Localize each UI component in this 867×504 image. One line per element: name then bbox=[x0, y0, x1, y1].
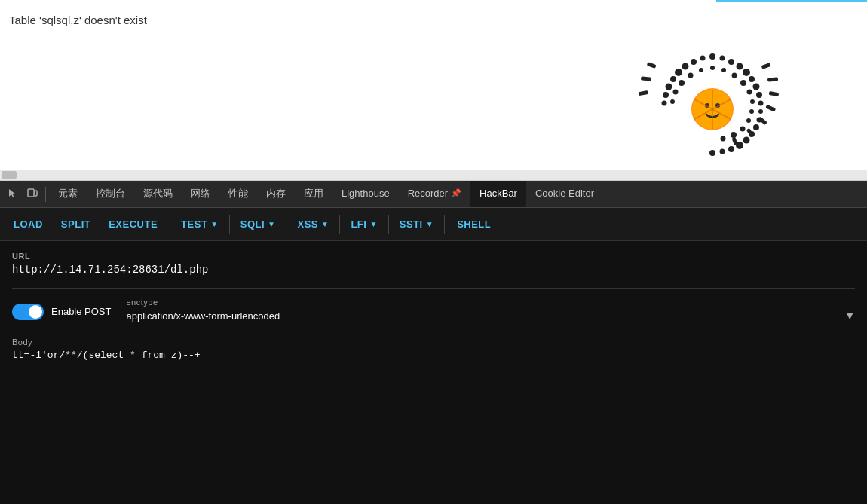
tab-sources[interactable]: 源代码 bbox=[134, 181, 182, 208]
url-section: URL http://1.14.71.254:28631/dl.php bbox=[12, 252, 855, 276]
browser-content: Table 'sqlsql.z' doesn't exist bbox=[0, 0, 867, 181]
svg-point-22 bbox=[670, 76, 676, 82]
toolbar-separator-5 bbox=[388, 215, 389, 234]
lfi-dropdown[interactable]: LFI ▼ bbox=[345, 214, 383, 234]
error-message: Table 'sqlsql.z' doesn't exist bbox=[9, 14, 147, 26]
svg-point-25 bbox=[662, 101, 667, 106]
test-dropdown[interactable]: TEST ▼ bbox=[175, 214, 225, 234]
recorder-icon: 📌 bbox=[451, 188, 461, 198]
svg-point-38 bbox=[688, 73, 694, 78]
logo-image bbox=[633, 41, 792, 173]
body-section: Body tt=-1'or/**/(select * from z)--+ bbox=[12, 338, 855, 361]
enctype-row: application/x-www-form-urlencoded ▼ bbox=[127, 310, 856, 325]
svg-point-21 bbox=[675, 69, 682, 76]
svg-point-6 bbox=[753, 84, 760, 90]
tab-console[interactable]: 控制台 bbox=[87, 181, 134, 208]
shell-button[interactable]: SHELL bbox=[449, 214, 498, 234]
device-toolbar-icon[interactable] bbox=[23, 185, 42, 203]
sqli-dropdown-arrow: ▼ bbox=[268, 220, 275, 228]
xss-dropdown-arrow: ▼ bbox=[321, 220, 329, 228]
svg-point-4 bbox=[743, 69, 750, 76]
tab-recorder[interactable]: Recorder 📌 bbox=[399, 181, 470, 208]
svg-rect-50 bbox=[641, 76, 651, 81]
tab-application[interactable]: 应用 bbox=[295, 181, 332, 208]
enable-post-label: Enable POST bbox=[51, 306, 112, 317]
svg-point-17 bbox=[709, 150, 715, 156]
svg-rect-42 bbox=[761, 63, 771, 69]
svg-point-23 bbox=[666, 84, 672, 90]
devtools-tabs-bar: 元素 控制台 源代码 网络 性能 内存 应用 Lighthouse Record… bbox=[0, 181, 867, 208]
lfi-dropdown-arrow: ▼ bbox=[369, 220, 377, 228]
scroll-thumb[interactable] bbox=[2, 171, 17, 179]
devtools-panel: 元素 控制台 源代码 网络 性能 内存 应用 Lighthouse Record… bbox=[0, 181, 867, 504]
svg-rect-59 bbox=[28, 189, 34, 197]
svg-point-26 bbox=[710, 66, 715, 70]
loading-progress-bar bbox=[716, 0, 867, 2]
execute-button[interactable]: EXECUTE bbox=[101, 214, 165, 234]
svg-point-36 bbox=[721, 136, 726, 142]
svg-point-13 bbox=[743, 137, 750, 144]
svg-point-9 bbox=[758, 109, 763, 114]
toolbar-separator-1 bbox=[170, 215, 170, 234]
svg-rect-44 bbox=[769, 91, 780, 96]
svg-point-2 bbox=[728, 59, 734, 65]
svg-point-32 bbox=[749, 109, 754, 114]
svg-rect-45 bbox=[765, 105, 776, 112]
enable-post-toggle-area: Enable POST bbox=[12, 304, 112, 320]
svg-rect-60 bbox=[35, 191, 37, 196]
svg-rect-49 bbox=[647, 62, 657, 69]
svg-point-7 bbox=[756, 92, 762, 98]
svg-point-33 bbox=[746, 118, 751, 123]
svg-point-1 bbox=[720, 56, 725, 61]
enctype-label: enctype bbox=[127, 298, 856, 307]
svg-point-16 bbox=[720, 149, 725, 154]
body-label: Body bbox=[12, 338, 855, 347]
hackbar-content: URL http://1.14.71.254:28631/dl.php Enab… bbox=[0, 241, 867, 504]
svg-point-30 bbox=[747, 90, 752, 95]
horizontal-scrollbar[interactable] bbox=[0, 170, 867, 180]
ssti-dropdown[interactable]: SSTI ▼ bbox=[394, 214, 440, 234]
svg-point-19 bbox=[691, 59, 697, 65]
svg-point-3 bbox=[737, 63, 743, 70]
ssti-dropdown-arrow: ▼ bbox=[426, 220, 434, 228]
svg-point-18 bbox=[700, 56, 706, 61]
svg-point-27 bbox=[721, 68, 726, 72]
svg-point-5 bbox=[749, 76, 755, 82]
svg-point-15 bbox=[728, 146, 734, 152]
enctype-dropdown-arrow[interactable]: ▼ bbox=[844, 310, 855, 322]
svg-point-31 bbox=[750, 99, 755, 104]
svg-point-24 bbox=[663, 92, 669, 98]
body-value[interactable]: tt=-1'or/**/(select * from z)--+ bbox=[12, 350, 855, 361]
sqli-dropdown[interactable]: SQLI ▼ bbox=[234, 214, 282, 234]
tab-elements[interactable]: 元素 bbox=[49, 181, 87, 208]
svg-point-39 bbox=[679, 80, 685, 86]
toolbar-separator-4 bbox=[339, 215, 340, 234]
svg-rect-48 bbox=[731, 137, 737, 145]
tab-network[interactable]: 网络 bbox=[182, 181, 219, 208]
svg-point-8 bbox=[758, 101, 764, 106]
toolbar-separator-2 bbox=[229, 215, 230, 234]
split-button[interactable]: SPLIT bbox=[54, 214, 98, 234]
url-label: URL bbox=[12, 252, 855, 261]
url-value[interactable]: http://1.14.71.254:28631/dl.php bbox=[12, 264, 855, 276]
hackbar-toolbar: LOAD SPLIT EXECUTE TEST ▼ SQLI ▼ XSS ▼ L… bbox=[0, 208, 867, 241]
svg-point-40 bbox=[673, 90, 679, 95]
test-dropdown-arrow: ▼ bbox=[210, 220, 218, 228]
load-button[interactable]: LOAD bbox=[6, 214, 51, 234]
svg-point-20 bbox=[682, 63, 689, 70]
tab-performance[interactable]: 性能 bbox=[219, 181, 257, 208]
url-divider bbox=[12, 288, 855, 289]
xss-dropdown[interactable]: XSS ▼ bbox=[291, 214, 335, 234]
tab-lighthouse[interactable]: Lighthouse bbox=[332, 181, 399, 208]
enctype-value: application/x-www-form-urlencoded bbox=[127, 310, 845, 322]
svg-rect-43 bbox=[767, 77, 778, 81]
tab-cookie-editor[interactable]: Cookie Editor bbox=[526, 181, 603, 208]
enable-post-toggle[interactable] bbox=[12, 304, 44, 320]
cursor-icon[interactable] bbox=[3, 185, 23, 203]
svg-point-0 bbox=[709, 53, 715, 60]
svg-point-29 bbox=[740, 80, 746, 86]
enctype-section: enctype application/x-www-form-urlencode… bbox=[127, 298, 856, 325]
tab-hackbar[interactable]: HackBar bbox=[470, 181, 526, 208]
tab-memory[interactable]: 内存 bbox=[257, 181, 295, 208]
tab-divider bbox=[45, 187, 46, 202]
